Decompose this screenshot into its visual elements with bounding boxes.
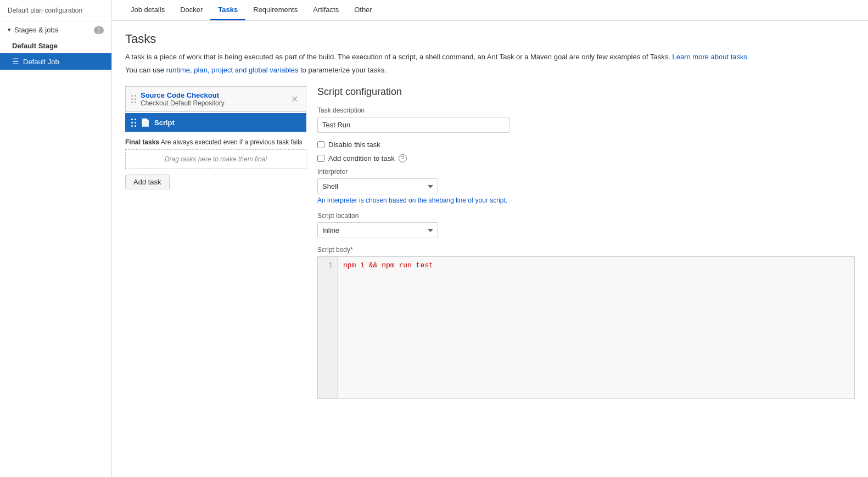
task-description-group: Task description	[317, 106, 855, 133]
final-tasks-label: Final tasks	[125, 138, 159, 146]
interpreter-select[interactable]: Shell Bash Python Ruby	[317, 178, 438, 194]
task-description-label: Task description	[317, 106, 855, 114]
list-icon: ☰	[12, 57, 19, 66]
sidebar-default-stage[interactable]: Default Stage	[0, 38, 111, 53]
line-numbers: 1	[318, 257, 338, 399]
drag-handle-icon	[131, 95, 136, 103]
sidebar-plan-title: Default plan configuration	[0, 0, 111, 21]
variables-link[interactable]: runtime, plan, project and global variab…	[166, 66, 299, 74]
stages-badge: 1	[94, 26, 104, 34]
sidebar-default-job[interactable]: ☰ Default Job	[0, 53, 111, 70]
interpreter-group: Interpreter Shell Bash Python Ruby An in…	[317, 168, 855, 204]
variables-text: You can use runtime, plan, project and g…	[125, 65, 855, 76]
sidebar-stages-label: Stages & jobs	[14, 26, 58, 34]
script-config-panel: Script configuration Task description Di…	[317, 86, 855, 466]
page-title: Tasks	[125, 32, 855, 46]
task-list-panel: Source Code Checkout Checkout Default Re…	[125, 86, 306, 466]
script-location-group: Script location Inline File	[317, 212, 855, 238]
line-number-1: 1	[322, 260, 333, 271]
final-tasks-header: Final tasks Are always executed even if …	[125, 133, 306, 149]
script-icon: 📄	[141, 118, 150, 127]
drag-handle-icon	[131, 119, 136, 127]
add-condition-label: Add condition to task	[328, 154, 395, 162]
help-icon[interactable]: ?	[399, 154, 407, 162]
add-task-button[interactable]: Add task	[125, 175, 170, 189]
close-icon[interactable]: ✕	[289, 93, 300, 105]
sidebar-stages-section[interactable]: ▾ Stages & jobs 1	[0, 21, 111, 38]
final-tasks-note: Are always executed even if a previous t…	[161, 138, 303, 146]
script-body-editor[interactable]: 1 npm i && npm run test	[317, 256, 855, 399]
add-condition-checkbox[interactable]	[317, 155, 324, 162]
task-layout: Source Code Checkout Checkout Default Re…	[125, 86, 855, 466]
learn-more-link[interactable]: Learn more about tasks.	[673, 53, 749, 61]
tab-bar: Job details Docker Tasks Requirements Ar…	[112, 0, 868, 21]
task-description-input[interactable]	[317, 117, 509, 133]
tab-requirements[interactable]: Requirements	[245, 0, 305, 20]
script-location-label: Script location	[317, 212, 855, 220]
disable-task-label: Disable this task	[328, 141, 380, 149]
disable-task-checkbox[interactable]	[317, 141, 324, 148]
drag-placeholder: Drag tasks here to make them final	[125, 149, 306, 169]
tab-other[interactable]: Other	[346, 0, 380, 20]
config-title: Script configuration	[317, 86, 855, 98]
interpreter-hint: An interpreter is chosen based on the sh…	[317, 197, 855, 204]
code-content[interactable]: npm i && npm run test	[338, 257, 854, 399]
task-item-source-checkout[interactable]: Source Code Checkout Checkout Default Re…	[125, 86, 306, 112]
code-text: npm i && npm run test	[343, 261, 433, 270]
content-area: Tasks A task is a piece of work that is …	[112, 21, 868, 477]
tab-job-details[interactable]: Job details	[123, 0, 172, 20]
tab-tasks[interactable]: Tasks	[210, 0, 245, 20]
add-condition-group: Add condition to task ?	[317, 154, 855, 162]
disable-task-group: Disable this task	[317, 141, 855, 149]
sidebar: Default plan configuration ▾ Stages & jo…	[0, 0, 112, 477]
tab-docker[interactable]: Docker	[172, 0, 210, 20]
chevron-down-icon: ▾	[8, 26, 11, 33]
task-item-script[interactable]: 📄 Script	[125, 113, 306, 132]
script-body-group: Script body* 1 npm i && npm run test	[317, 246, 855, 399]
source-checkout-subtitle: Checkout Default Repository	[141, 99, 285, 107]
page-description: A task is a piece of work that is being …	[125, 52, 855, 63]
script-task-label: Script	[154, 119, 300, 127]
script-location-select[interactable]: Inline File	[317, 222, 438, 238]
interpreter-label: Interpreter	[317, 168, 855, 176]
source-checkout-title: Source Code Checkout	[141, 91, 285, 99]
script-body-label: Script body*	[317, 246, 855, 254]
main-content: Job details Docker Tasks Requirements Ar…	[112, 0, 868, 477]
tab-artifacts[interactable]: Artifacts	[305, 0, 346, 20]
sidebar-job-label: Default Job	[23, 58, 59, 66]
